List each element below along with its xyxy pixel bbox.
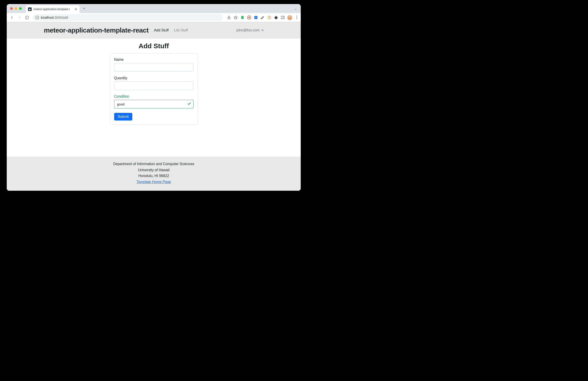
browser-window: ◆ meteor-application-template-r ✕ + ⌄ lo… [7,4,301,191]
tab-title: meteor-application-template-r [33,8,73,11]
back-button[interactable] [8,14,15,21]
svg-text:S: S [255,16,256,19]
navbar-user-dropdown[interactable]: john@foo.com [236,28,264,32]
footer-line-3: Honolulu, HI 96822 [7,173,301,179]
condition-select[interactable] [114,100,193,108]
url-display: localhost:3000/add [41,16,68,19]
form-group-name: Name [114,58,193,72]
tabs-dropdown-icon[interactable]: ⌄ [294,7,297,10]
submit-button[interactable]: Submit [114,113,132,120]
svg-marker-4 [234,16,237,19]
footer-line-2: University of Hawaii [7,167,301,173]
address-bar[interactable]: localhost:3000/add [33,14,223,21]
close-window-button[interactable] [10,7,13,10]
share-icon[interactable] [227,15,231,20]
browser-tab[interactable]: ◆ meteor-application-template-r ✕ [26,5,80,13]
url-path: :3000/add [54,16,68,19]
extension-colorpicker-icon[interactable] [260,15,265,20]
form-group-quantity: Quantity [114,76,193,90]
close-tab-icon[interactable]: ✕ [75,7,77,11]
navbar-user-email: john@foo.com [236,28,259,32]
reload-button[interactable] [24,14,30,21]
name-label: Name [114,58,193,62]
page-footer: Department of Information and Computer S… [7,157,301,191]
browser-menu-icon[interactable] [294,16,299,19]
sidepanel-icon[interactable] [281,15,285,20]
main-content: Add Stuff Name Quantity Condition [7,39,301,157]
profile-avatar[interactable] [287,15,292,20]
caret-down-icon [261,30,264,31]
maximize-window-button[interactable] [19,7,22,10]
quantity-input[interactable] [114,81,193,90]
svg-rect-10 [281,16,284,19]
quantity-label: Quantity [114,76,193,80]
url-host: localhost [41,16,54,19]
browser-toolbar: localhost:3000/add S [7,13,301,22]
footer-link[interactable]: Template Home Page [137,180,171,184]
browser-tab-bar: ◆ meteor-application-template-r ✕ + ⌄ [7,4,301,13]
form-card: Name Quantity Condition Submi [110,53,198,125]
window-controls [10,7,22,10]
form-group-condition: Condition [114,94,193,108]
minimize-window-button[interactable] [15,7,17,10]
extension-adblock-icon[interactable] [247,15,252,20]
check-icon [187,102,191,107]
navbar-brand[interactable]: meteor-application-template-react [44,26,149,34]
bookmark-icon[interactable] [233,15,238,20]
app-navbar: meteor-application-template-react Add St… [7,22,301,39]
new-tab-button[interactable]: + [81,5,87,12]
page-title: Add Stuff [139,42,169,50]
footer-line-1: Department of Information and Computer S… [7,161,301,167]
tab-favicon-icon: ◆ [28,7,32,11]
svg-point-6 [249,17,250,18]
extension-skype-icon[interactable]: S [254,15,258,20]
condition-label: Condition [114,94,193,98]
nav-link-list-stuff[interactable]: List Stuff [174,28,188,32]
page-content: meteor-application-template-react Add St… [7,22,301,191]
toolbar-actions: S [227,15,299,20]
forward-button[interactable] [16,14,23,21]
site-info-icon[interactable] [35,16,39,19]
extensions-icon[interactable] [274,15,278,20]
extension-buildpack-icon[interactable] [267,15,272,20]
nav-link-add-stuff[interactable]: Add Stuff [154,28,169,32]
name-input[interactable] [114,63,193,72]
extension-evernote-icon[interactable] [240,15,245,20]
